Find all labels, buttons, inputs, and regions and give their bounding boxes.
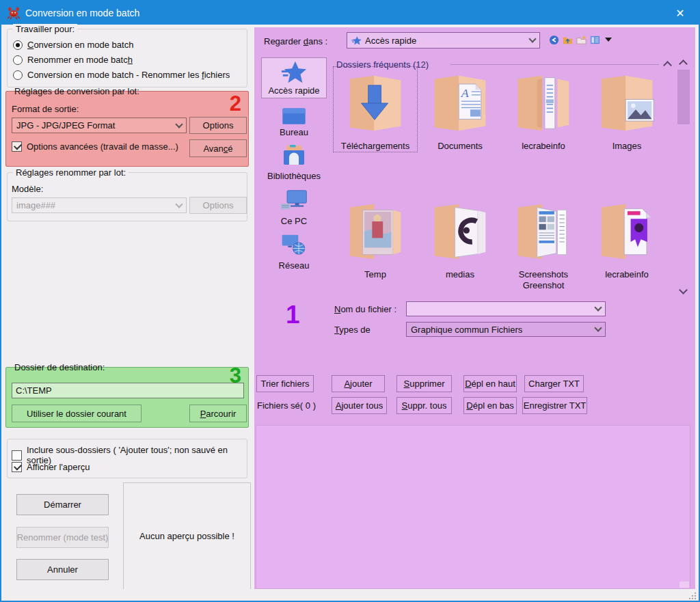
look-in-combobox[interactable]: Accès rapide	[347, 32, 540, 49]
this-pc-icon[interactable]	[280, 190, 308, 210]
output-format-combobox[interactable]: JPG - JPG/JPEG Format	[12, 118, 187, 133]
new-folder-icon[interactable]	[576, 34, 587, 45]
folder-tile-images[interactable]: Images	[585, 67, 669, 152]
advanced-button[interactable]: Avancé	[189, 139, 247, 157]
folder-tile-medias[interactable]: medias	[418, 195, 502, 280]
last-folder-icon[interactable]	[548, 34, 559, 45]
close-button[interactable]: ✕	[669, 3, 692, 23]
scroll-up-icon[interactable]	[679, 59, 688, 68]
folder-tile-screenshots-greenshot[interactable]: Screenshots Greenshot	[502, 195, 585, 292]
output-format-label: Format de sortie:	[12, 104, 79, 114]
folder-label: Temp	[364, 269, 386, 280]
folder-images-icon	[589, 67, 665, 139]
browser-toolbar	[548, 34, 614, 45]
radio-dot[interactable]	[13, 40, 23, 50]
folder-documents-icon: A	[422, 67, 498, 139]
sidebar-item-bibliotheques[interactable]: Bibliothèques	[254, 171, 334, 181]
cancel-button[interactable]: Annuler	[16, 559, 109, 580]
load-txt-button[interactable]: Charger TXT	[524, 375, 584, 392]
scroll-down-icon[interactable]	[679, 286, 688, 295]
remove-all-button[interactable]: Suppr. tous	[396, 397, 452, 414]
add-all-button[interactable]: Ajouter tous	[332, 397, 387, 414]
folder-tile-lecrabeinfo-2[interactable]: lecrabeinfo	[585, 195, 669, 280]
radio-conversion-rename[interactable]: Conversion en mode batch - Renommer les …	[13, 70, 230, 80]
sort-files-button[interactable]: Trier fichiers	[256, 375, 314, 392]
radio-dot[interactable]	[13, 55, 23, 65]
folder-tile-documents[interactable]: A Documents	[418, 67, 502, 152]
scrollbar-thumb[interactable]	[677, 70, 690, 124]
folder-label: Screenshots Greenshot	[502, 269, 585, 292]
radio-conversion-batch[interactable]: Conversion en mode batch	[13, 40, 133, 50]
output-format-value: JPG - JPG/JPEG Format	[16, 120, 115, 131]
sidebar-item-ce-pc[interactable]: Ce PC	[254, 216, 334, 226]
radio-dot[interactable]	[13, 70, 23, 80]
filetype-label: Types de	[334, 325, 371, 335]
add-button[interactable]: Ajouter	[332, 375, 385, 392]
preview-message: Aucun aperçu possible !	[139, 531, 234, 541]
folder-tile-lecrabeinfo[interactable]: lecrabeinfo	[502, 67, 585, 152]
libraries-icon[interactable]	[280, 145, 308, 165]
rename-options-button: Options	[189, 197, 247, 214]
chevron-down-icon	[594, 303, 602, 311]
scroll-corner	[679, 582, 689, 588]
show-preview-checkbox[interactable]: Afficher l'aperçu	[12, 462, 90, 472]
folder-label: medias	[446, 269, 474, 280]
start-button[interactable]: Démarrer	[16, 494, 109, 515]
work-mode-group: Travailler pour: Conversion en mode batc…	[7, 29, 247, 87]
advanced-options-checkbox[interactable]: Options avancées (travail de masse...)	[12, 141, 178, 152]
sidebar-item-reseau[interactable]: Réseau	[254, 260, 334, 271]
window-title: Conversion en mode batch	[25, 8, 139, 18]
misc-options-group: Inclure sous-dossiers ( 'Ajouter tous'; …	[7, 439, 247, 478]
format-options-button[interactable]: Options	[189, 117, 247, 134]
quick-access-star-icon	[281, 59, 307, 85]
checkbox-box[interactable]	[12, 450, 22, 461]
sidebar-item-acces-rapide[interactable]: Accès rapide	[261, 57, 327, 98]
radio-label: Conversion en mode batch	[27, 40, 133, 50]
rename-pattern-combobox: image###	[12, 197, 187, 213]
remove-button[interactable]: Supprimer	[396, 375, 452, 392]
folder-screenshot-icon	[505, 195, 582, 268]
rename-test-button: Renommer (mode test)	[16, 527, 109, 548]
browse-button[interactable]: Parcourir	[189, 405, 247, 422]
preview-area: Aucun aperçu possible !	[123, 482, 251, 590]
folder-tile-telechargements[interactable]: Téléchargements	[334, 67, 417, 152]
desktop-icon[interactable]	[280, 107, 308, 127]
radio-label: Conversion en mode batch - Renommer les …	[27, 70, 230, 80]
use-current-folder-button[interactable]: Utiliser le dossier courant	[12, 405, 142, 422]
folder-label: Images	[612, 141, 642, 152]
chevron-down-icon	[528, 35, 536, 42]
conversion-settings-section: Réglages de conversion par lot: 2 Format…	[5, 91, 249, 167]
folder-purple-doc-icon	[589, 195, 665, 268]
model-label: Modèle:	[12, 184, 43, 194]
filetype-combobox[interactable]: Graphique commun Fichiers	[406, 322, 606, 337]
view-menu-icon[interactable]	[589, 34, 600, 45]
resize-grip-icon[interactable]	[687, 590, 696, 599]
move-up-button[interactable]: Dépl en haut	[463, 375, 517, 392]
chevron-down-icon	[594, 324, 602, 331]
radio-rename-batch[interactable]: Renommer en mode batch	[13, 55, 133, 65]
statusbar	[1, 589, 699, 601]
move-down-button[interactable]: Dépl en bas	[463, 397, 517, 414]
up-one-level-icon[interactable]	[562, 34, 573, 45]
batch-conversion-dialog: Conversion en mode batch ✕ Travailler po…	[0, 0, 700, 602]
chevron-down-icon	[175, 120, 183, 128]
annotation-2: 2	[230, 93, 241, 114]
titlebar: Conversion en mode batch ✕	[1, 1, 699, 25]
network-icon[interactable]	[280, 234, 308, 255]
filename-label: Nom du fichier :	[334, 304, 396, 314]
destination-path-input[interactable]	[12, 383, 244, 398]
checkbox-box[interactable]	[12, 141, 22, 152]
view-dropdown-arrow-icon[interactable]	[603, 34, 614, 45]
folder-label: Téléchargements	[341, 141, 409, 152]
selected-files-list[interactable]	[256, 425, 690, 589]
checkbox-box[interactable]	[12, 462, 22, 472]
folder-tile-temp[interactable]: Temp	[334, 195, 417, 280]
checkbox-label: Afficher l'aperçu	[27, 462, 90, 472]
rename-settings-title: Réglages renommer par lot:	[13, 167, 129, 178]
sidebar-item-bureau[interactable]: Bureau	[254, 127, 334, 137]
rename-settings-group: Réglages renommer par lot: Modèle: image…	[7, 172, 247, 221]
filename-combobox[interactable]	[406, 301, 606, 316]
save-txt-button[interactable]: Enregistrer TXT	[522, 397, 587, 414]
folder-logo-icon	[422, 195, 498, 268]
folders-scrollbar[interactable]	[677, 57, 690, 298]
